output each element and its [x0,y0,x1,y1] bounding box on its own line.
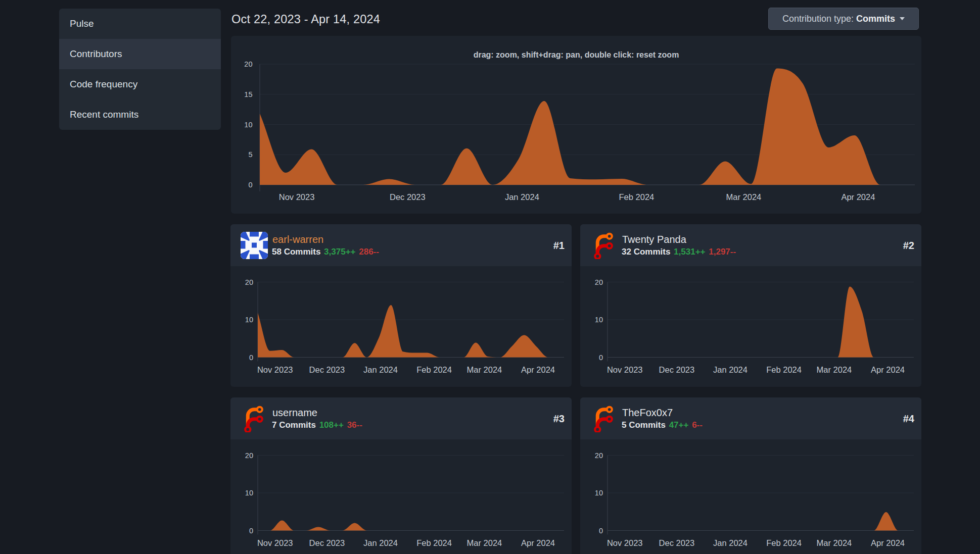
svg-text:5: 5 [248,150,252,159]
svg-text:Nov 2023: Nov 2023 [279,192,315,202]
svg-text:0: 0 [599,354,603,362]
svg-text:Jan 2024: Jan 2024 [713,538,748,547]
svg-text:20: 20 [245,451,253,460]
svg-text:15: 15 [244,90,252,98]
svg-text:Mar 2024: Mar 2024 [467,365,502,374]
svg-text:Nov 2023: Nov 2023 [257,365,293,374]
svg-text:10: 10 [595,316,603,324]
svg-text:Apr 2024: Apr 2024 [841,192,875,202]
svg-text:Mar 2024: Mar 2024 [817,365,852,374]
svg-text:Nov 2023: Nov 2023 [607,538,643,547]
svg-text:Jan 2024: Jan 2024 [505,192,539,202]
svg-text:Jan 2024: Jan 2024 [713,365,748,374]
svg-text:Feb 2024: Feb 2024 [766,365,802,374]
svg-text:drag: zoom, shift+drag: pan, d: drag: zoom, shift+drag: pan, double clic… [474,51,679,59]
svg-text:Mar 2024: Mar 2024 [817,538,852,547]
svg-text:Dec 2023: Dec 2023 [659,365,695,374]
svg-text:Jan 2024: Jan 2024 [363,538,398,547]
svg-text:20: 20 [244,60,252,68]
svg-text:0: 0 [599,527,603,535]
svg-text:Feb 2024: Feb 2024 [416,365,452,374]
svg-text:Apr 2024: Apr 2024 [871,365,905,374]
svg-text:Dec 2023: Dec 2023 [390,192,426,202]
svg-text:Jan 2024: Jan 2024 [363,365,398,374]
svg-text:Apr 2024: Apr 2024 [521,538,555,547]
svg-text:Apr 2024: Apr 2024 [871,538,905,547]
svg-text:10: 10 [245,489,253,497]
svg-text:Dec 2023: Dec 2023 [659,538,695,547]
svg-text:Mar 2024: Mar 2024 [467,538,502,547]
svg-text:10: 10 [244,121,252,129]
svg-text:Feb 2024: Feb 2024 [766,538,802,547]
svg-text:20: 20 [595,451,603,460]
svg-text:0: 0 [249,354,253,362]
svg-text:Nov 2023: Nov 2023 [607,365,643,374]
svg-text:0: 0 [249,527,253,535]
svg-text:10: 10 [595,489,603,497]
svg-text:Mar 2024: Mar 2024 [726,192,762,202]
svg-text:Apr 2024: Apr 2024 [521,365,555,374]
svg-text:Nov 2023: Nov 2023 [257,538,293,547]
svg-text:Dec 2023: Dec 2023 [309,365,345,374]
svg-text:Feb 2024: Feb 2024 [416,538,452,547]
svg-text:Feb 2024: Feb 2024 [619,192,655,202]
svg-text:20: 20 [595,278,603,286]
svg-text:20: 20 [245,278,253,286]
svg-text:Dec 2023: Dec 2023 [309,538,345,547]
svg-text:10: 10 [245,316,253,324]
svg-text:0: 0 [248,181,252,189]
